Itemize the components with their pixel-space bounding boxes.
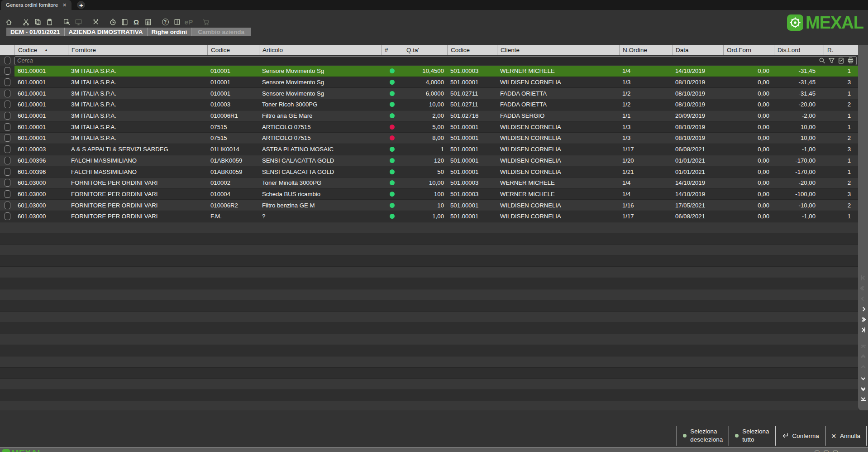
cell-qta: 8,00 — [403, 133, 447, 144]
filter-funnel-icon[interactable] — [828, 57, 835, 64]
tab-close-icon[interactable]: ✕ — [62, 3, 67, 8]
clipboard-check-icon[interactable] — [838, 57, 844, 64]
row-checkbox[interactable] — [5, 67, 10, 75]
row-checkbox[interactable] — [5, 78, 10, 86]
row-checkbox[interactable] — [5, 134, 10, 142]
search-box[interactable] — [14, 56, 857, 65]
cell-dis-lord: -100,00 — [774, 189, 824, 200]
header-n-ordine[interactable]: N.Ordine — [619, 45, 672, 55]
scissors-x-icon[interactable] — [91, 16, 100, 27]
row-checkbox[interactable] — [5, 90, 10, 97]
magnifier-icon[interactable] — [819, 57, 825, 64]
row-checkbox[interactable] — [5, 123, 10, 131]
table-row[interactable]: 601.00396 FALCHI MASSIMILIANO 01ABK0059 … — [0, 166, 858, 178]
cell-qta: 4,0000 — [403, 77, 447, 88]
cell-codice-fornitore: 601.00001 — [14, 66, 68, 77]
home-icon[interactable] — [4, 16, 14, 27]
row-checkbox[interactable] — [5, 190, 10, 198]
last-row-button[interactable] — [858, 394, 868, 404]
row-checkbox[interactable] — [5, 112, 10, 120]
pages-icon[interactable] — [172, 16, 182, 27]
row-checkbox[interactable] — [5, 145, 10, 153]
row-checkbox[interactable] — [5, 179, 10, 187]
calculator-icon[interactable] — [143, 16, 153, 27]
cell-codice-articolo: 010006R2 — [207, 200, 259, 211]
select-all-checkbox[interactable] — [5, 57, 10, 64]
grid-nav-strip — [858, 45, 868, 410]
page-down-button[interactable] — [858, 383, 868, 394]
table-row[interactable]: 601.03000 FORNITORE PER ORDINI VARI 0100… — [0, 189, 858, 200]
header-cliente[interactable]: Cliente — [497, 45, 619, 55]
forward-button[interactable] — [858, 304, 868, 314]
header-codice-articolo[interactable]: Codice — [207, 45, 259, 55]
seleziona-deseleziona-button[interactable]: Selezionadeseleziona — [677, 425, 729, 446]
table-row[interactable]: 601.00001 3M ITALIA S.P.A. 010006R1 Filt… — [0, 111, 858, 122]
cell-codice-fornitore: 601.00001 — [14, 77, 68, 88]
seleziona-tutto-button[interactable]: Selezionatutto — [729, 425, 775, 446]
notebook-icon[interactable] — [119, 16, 129, 27]
cell-stato — [381, 88, 403, 99]
cell-dis-lord: -31,45 — [774, 66, 824, 77]
select-arrow-icon[interactable] — [62, 16, 72, 27]
tab-genera-ordini-fornitore[interactable]: Genera ordini fornitore ✕ — [1, 0, 72, 10]
header-qta[interactable]: Q.ta' — [403, 45, 447, 55]
table-row[interactable]: 601.03000 FORNITORE PER ORDINI VARI 0100… — [0, 178, 858, 189]
row-down-button[interactable] — [858, 373, 868, 383]
copy-icon[interactable] — [33, 16, 43, 27]
empty-row — [0, 368, 858, 379]
row-checkbox[interactable] — [5, 202, 10, 209]
mexal-logo-icon — [787, 14, 803, 31]
cell-data: 01/01/2021 — [672, 155, 723, 166]
cell-dis-lord: -170,00 — [774, 166, 824, 177]
cell-codice-fornitore: 601.00396 — [14, 166, 68, 177]
cart-icon — [201, 16, 211, 27]
row-checkbox[interactable] — [5, 101, 10, 108]
cell-articolo: ARTICOLO 07515 — [259, 133, 381, 144]
new-tab-button[interactable]: + — [77, 1, 85, 9]
row-checkbox[interactable] — [5, 168, 10, 176]
table-row[interactable]: 601.03000 FORNITORE PER ORDINI VARI F.M.… — [0, 211, 858, 222]
header-fornitore[interactable]: Fornitore — [68, 45, 207, 55]
window-tab-bar: Genera ordini fornitore ✕ + — [0, 0, 868, 10]
omega-icon[interactable]: Ω — [131, 16, 141, 27]
header-articolo[interactable]: Articolo — [259, 45, 381, 55]
cell-dis-lord: 10,00 — [774, 121, 824, 132]
search-input[interactable] — [17, 57, 819, 64]
header-codice-cliente[interactable]: Codice — [447, 45, 497, 55]
table-row[interactable]: 601.00001 3M ITALIA S.P.A. 010003 Toner … — [0, 99, 858, 111]
header-ord-forn[interactable]: Ord.Forn — [723, 45, 774, 55]
table-row[interactable]: 601.00001 3M ITALIA S.P.A. 010001 Sensor… — [0, 77, 858, 88]
table-row[interactable]: 601.00396 FALCHI MASSIMILIANO 01ABK0059 … — [0, 155, 858, 167]
header-codice-fornitore[interactable]: Codice▲ — [14, 45, 68, 55]
row-checkbox[interactable] — [5, 212, 10, 220]
printer-icon[interactable] — [847, 57, 854, 64]
row-checkbox[interactable] — [5, 157, 10, 164]
cell-articolo: Scheda BUS ricambio — [259, 189, 381, 200]
orders-grid: Codice▲ Fornitore Codice Articolo # Q.ta… — [0, 45, 858, 410]
cell-stato — [381, 144, 403, 155]
header-dis-lord[interactable]: Dis.Lord — [774, 45, 824, 55]
empty-row — [0, 356, 858, 368]
cell-n-ordine: 1/21 — [619, 166, 672, 177]
table-row[interactable]: 601.00001 3M ITALIA S.P.A. 07515 ARTICOL… — [0, 133, 858, 144]
table-row[interactable]: 601.00001 3M ITALIA S.P.A. 07515 ARTICOL… — [0, 121, 858, 133]
cut-icon[interactable] — [21, 16, 31, 27]
row-select-cell — [0, 178, 14, 188]
fast-forward-button[interactable] — [858, 314, 868, 325]
stopwatch-icon[interactable] — [108, 16, 118, 27]
last-page-button[interactable] — [858, 325, 868, 335]
conferma-button[interactable]: Conferma — [776, 425, 825, 446]
table-row[interactable]: 601.00001 3M ITALIA S.P.A. 010001 Sensor… — [0, 66, 858, 77]
header-data[interactable]: Data — [672, 45, 723, 55]
paste-icon[interactable] — [44, 16, 54, 27]
help-icon[interactable]: ? — [160, 16, 170, 27]
header-r[interactable]: R. — [824, 45, 858, 55]
table-row[interactable]: 601.00001 3M ITALIA S.P.A. 010001 Sensor… — [0, 88, 858, 99]
table-row[interactable]: 601.00003 A & S APPALTI & SERVIZI SARDEG… — [0, 144, 858, 155]
status-dot — [390, 214, 395, 219]
header-stato[interactable]: # — [381, 45, 403, 55]
tab-title: Genera ordini fornitore — [6, 2, 58, 8]
table-row[interactable]: 601.03000 FORNITORE PER ORDINI VARI 0100… — [0, 200, 858, 211]
annulla-button[interactable]: × Annulla — [825, 425, 866, 446]
status-dot — [390, 125, 395, 130]
